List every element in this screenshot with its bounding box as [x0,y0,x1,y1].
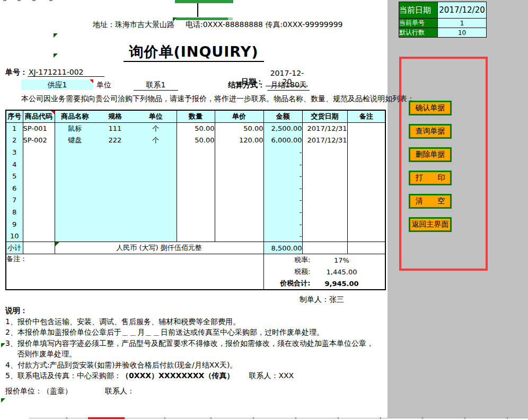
cell-no[interactable]: 3 [6,146,23,158]
action-button[interactable]: 清 空 [409,194,452,209]
cell-code[interactable] [23,182,55,194]
cell-unit[interactable] [135,146,177,158]
cell-no[interactable]: 4 [6,158,23,171]
cell-spec[interactable] [95,182,135,194]
cell-code[interactable] [23,170,55,182]
tax-rate-value[interactable]: 17% [311,256,373,264]
cell-remark[interactable] [347,218,385,230]
cell-qty[interactable] [177,170,215,182]
cell-qty[interactable] [177,182,215,194]
cell-no[interactable]: 9 [6,218,23,230]
cell-price[interactable] [215,146,263,158]
cell-qty[interactable]: 50.00 [177,122,215,135]
cell-spec[interactable] [95,218,135,230]
action-button[interactable]: 删除单据 [409,147,452,162]
cell-spec[interactable] [95,230,135,242]
cell-amount[interactable]: - [263,194,302,207]
cell-name[interactable] [55,158,95,171]
cell-delivery[interactable]: 2017/12/31 [302,122,347,135]
cell-no[interactable]: 5 [6,170,23,182]
cell-remark[interactable] [347,135,385,147]
tax-amount-value[interactable]: 1,445.00 [311,268,373,276]
cell-delivery[interactable] [302,230,347,242]
cell-code[interactable] [23,146,55,158]
subtotal-amount[interactable]: 8,500.00 [263,242,302,254]
cell-no[interactable]: 10 [6,230,23,242]
default-rows-value[interactable]: 10 [438,28,487,38]
cell-code[interactable]: SP-001 [23,122,55,135]
cell-remark[interactable] [347,194,385,207]
cell-amount[interactable]: - [263,146,302,158]
cell-remark[interactable] [347,182,385,194]
cell-name[interactable] [55,146,95,158]
cell-code[interactable] [23,194,55,207]
cell-amount[interactable]: 2,500.00 [263,122,302,135]
cell-name[interactable] [55,206,95,218]
cell-name[interactable] [55,194,95,207]
current-date-value[interactable]: 2017/12/20 [438,2,487,19]
cell-code[interactable] [23,218,55,230]
cell-code[interactable] [23,158,55,171]
cell-no[interactable]: 2 [6,135,23,147]
cell-amount[interactable]: - [263,206,302,218]
cell-price[interactable] [215,158,263,171]
cell-amount[interactable]: - [263,230,302,242]
cell-unit[interactable]: 个 [135,135,177,147]
cell-unit[interactable] [135,218,177,230]
cell-code[interactable]: SP-002 [23,135,55,147]
cell-remark[interactable] [347,206,385,218]
cell-unit[interactable] [135,230,177,242]
cell-amount[interactable]: - [263,218,302,230]
cell-qty[interactable] [177,146,215,158]
cell-price[interactable]: 120.00 [215,135,263,147]
cell-spec[interactable] [95,146,135,158]
subtotal-amount-words[interactable]: 人民币 (大写) 捌仟伍佰元整 [55,242,263,254]
cell-no[interactable]: 6 [6,182,23,194]
cell-spec[interactable]: 222 [95,135,135,147]
cell-name[interactable] [55,170,95,182]
cell-name[interactable] [55,230,95,242]
notes-cell[interactable]: 备注： [6,254,263,290]
cell-spec[interactable] [95,170,135,182]
cell-qty[interactable] [177,218,215,230]
subtotal-empty-cell[interactable] [23,242,55,254]
cell-spec[interactable] [95,206,135,218]
cell-price[interactable] [215,170,263,182]
subtotal-delivery-empty[interactable] [302,242,347,254]
cell-no[interactable]: 8 [6,206,23,218]
cell-spec[interactable] [95,194,135,207]
tax-total-value[interactable]: 9,945.00 [311,280,373,288]
cell-amount[interactable]: - [263,182,302,194]
action-button[interactable]: 返回主界面 [409,217,452,232]
cell-no[interactable]: 1 [6,122,23,135]
supplier-input-cell[interactable]: 供应1 [21,79,93,90]
cell-name[interactable]: 键盘 [55,135,95,147]
action-button[interactable]: 确认单据 [409,101,452,115]
cell-delivery[interactable] [302,146,347,158]
cell-unit[interactable]: 个 [135,122,177,135]
cell-delivery[interactable] [302,182,347,194]
cell-no[interactable]: 7 [6,194,23,207]
cell-delivery[interactable] [302,218,347,230]
cell-qty[interactable] [177,194,215,207]
cell-price[interactable] [215,182,263,194]
settlement-value[interactable]: 月结180天 [267,81,310,91]
cell-price[interactable] [215,206,263,218]
cell-remark[interactable] [347,230,385,242]
cell-name[interactable]: 鼠标 [55,122,95,135]
cell-price[interactable] [215,230,263,242]
cell-remark[interactable] [347,146,385,158]
cell-amount[interactable]: - [263,170,302,182]
subtotal-remark-empty[interactable] [347,242,385,254]
cell-code[interactable] [23,230,55,242]
cell-price[interactable] [215,194,263,207]
order-no-value[interactable]: XJ-171211-002 [28,68,104,77]
action-button[interactable]: 打 印 [409,171,452,185]
cell-price[interactable] [215,218,263,230]
cell-qty[interactable] [177,230,215,242]
cell-unit[interactable] [135,170,177,182]
cell-spec[interactable]: 111 [95,122,135,135]
cell-unit[interactable] [135,206,177,218]
contact-value[interactable]: 联系1 [134,81,178,91]
action-button[interactable]: 查询单据 [409,124,452,139]
